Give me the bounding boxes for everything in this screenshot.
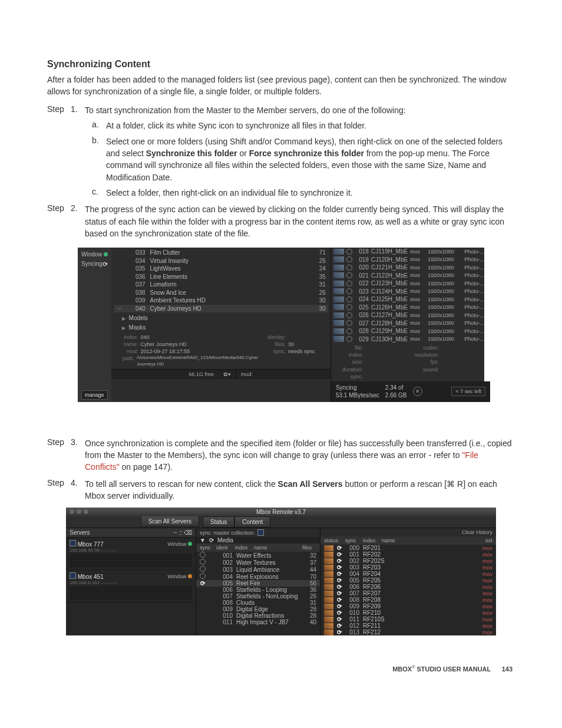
sync-icon[interactable]: [200, 566, 206, 572]
status-tab[interactable]: Status: [203, 516, 234, 528]
media-folder-row[interactable]: 002Water Textures37: [196, 559, 320, 566]
folder-row[interactable]: 036Line Elements35: [114, 273, 328, 281]
sidebar: Window Syncing⟳ manage: [78, 248, 111, 402]
file-metadata: file: index: size: duration: sync: codec…: [331, 343, 490, 381]
server-item[interactable]: Mbox 451Window 192.168.0.162 --:--:--:--: [66, 570, 196, 602]
clear-history-button[interactable]: Clear History: [320, 528, 496, 536]
media-file-row[interactable]: ⟳008RF208mov: [320, 597, 496, 603]
file-row[interactable]: 021CJ122H_MbEmov1920x1080Photo-...: [331, 272, 490, 280]
sync-icon[interactable]: [200, 552, 206, 558]
thumbnail-icon: [324, 591, 333, 597]
sync-icon[interactable]: ⟳: [337, 551, 342, 558]
sync-status-icon: [346, 304, 352, 310]
media-file-row[interactable]: ⟳013RF212mov: [320, 629, 496, 635]
sync-progress-screenshot: Window Syncing⟳ manage 033Film Clutter71…: [78, 248, 484, 402]
media-file-row[interactable]: ⟳004RF204mov: [320, 571, 496, 577]
folder-row[interactable]: 037Lumaform31: [114, 281, 328, 289]
sync-icon[interactable]: [200, 573, 206, 579]
folder-row[interactable]: 038Snow And Ice26: [114, 289, 328, 297]
file-row[interactable]: 023CJ124H_MbEmov1920x1080Photo-...: [331, 288, 490, 296]
folder-row[interactable]: 039Ambient Textures HD30: [114, 297, 328, 305]
file-row[interactable]: 027CJ128H_MbEmov1920x1080Photo-...: [331, 319, 490, 328]
page-number: 143: [502, 666, 513, 673]
thumbnail-icon: [333, 281, 344, 286]
media-file-row[interactable]: ⟳011RF210Smov: [320, 616, 496, 622]
content-tab[interactable]: Content: [234, 516, 270, 528]
media-folder-row[interactable]: 006Starfields - Looping36: [196, 587, 320, 593]
status-dot-icon: [188, 574, 192, 578]
file-row[interactable]: 028CJ129H_MbEmov1920x1080Photo-...: [331, 327, 490, 335]
media-file-row[interactable]: ⟳006RF206mov: [320, 584, 496, 590]
sync-icon[interactable]: ⟳: [337, 603, 342, 610]
server-item[interactable]: Mbox 777Window 192.168.55.59 --:--:--:--: [66, 538, 196, 570]
media-file-row[interactable]: ⟳001RF202mov: [320, 551, 496, 558]
media-root[interactable]: ▼ ⟳ Media: [196, 537, 320, 543]
sync-status-icon: [346, 320, 352, 326]
file-row[interactable]: 020CJ121H_MbEmov1920x1080Photo-...: [331, 263, 490, 272]
substep-text: Select one or more folders (using Shift …: [106, 136, 515, 183]
folder-row[interactable]: 035LightWaves24: [114, 265, 328, 273]
media-file-row[interactable]: ⟳010RF210mov: [320, 610, 496, 616]
sync-icon[interactable]: ⟳: [337, 571, 342, 577]
media-folder-row[interactable]: 007Starfields - NonLooping26: [196, 593, 320, 599]
window-indicator[interactable]: Window: [81, 251, 108, 259]
folder-row[interactable]: 033Film Clutter71: [114, 249, 328, 257]
media-folder-row[interactable]: 008Clouds31: [196, 599, 320, 606]
sync-icon[interactable]: ⟳: [337, 597, 342, 603]
server-toolbar-icons[interactable]: − :: ⌫: [174, 529, 192, 536]
file-row[interactable]: 029CJ130H_MbEmov1920x1080Photo-...: [331, 335, 490, 344]
folder-row[interactable]: ○040Cyber Journeys HD30: [114, 305, 328, 313]
step-label: Step: [47, 104, 71, 114]
manage-button[interactable]: manage: [81, 390, 108, 400]
step-number: 1.: [71, 104, 85, 114]
scan-all-servers-button[interactable]: Scan All Servers: [141, 516, 199, 527]
media-folder-row[interactable]: 009Digital Edge28: [196, 606, 320, 612]
media-file-row[interactable]: ⟳009RF209mov: [320, 603, 496, 610]
sync-icon[interactable]: ⟳: [337, 616, 342, 622]
folder-row[interactable]: 034Virtual Insanity25: [114, 257, 328, 265]
media-file-row[interactable]: ⟳012RF211mov: [320, 622, 496, 629]
media-folder-row[interactable]: 003Liquid Ambiance44: [196, 566, 320, 573]
sync-icon[interactable]: ⟳: [337, 629, 342, 635]
models-folder[interactable]: Models: [111, 314, 330, 323]
media-folder-row[interactable]: 011High Impact V - JB740: [196, 619, 320, 625]
thumbnail-icon: [333, 249, 344, 255]
sync-icon[interactable]: ⟳: [200, 580, 205, 587]
text: or: [237, 149, 249, 158]
file-row[interactable]: 019CJ120H_MbEmov1920x1080Photo-...: [331, 256, 490, 264]
thumbnail-icon: [324, 571, 333, 577]
thumbnail-icon: [333, 272, 344, 278]
media-folder-row[interactable]: ⟳005Reel Fire56: [196, 580, 320, 587]
sync-status-icon: [346, 328, 352, 334]
traffic-lights-icon[interactable]: [70, 509, 88, 514]
media-file-row[interactable]: ⟳007RF207mov: [320, 590, 496, 597]
file-row[interactable]: 026CJ127H_MbEmov1920x1080Photo-...: [331, 311, 490, 319]
sync-icon[interactable]: ⟳: [209, 537, 214, 543]
media-columns-header: sync ident index name files: [196, 543, 320, 552]
thumbnail-icon: [333, 256, 344, 262]
media-folder-row[interactable]: 001Water Effects32: [196, 552, 320, 559]
media-folder-row[interactable]: 004Reel Explosions70: [196, 573, 320, 580]
sync-icon[interactable]: ⟳: [337, 610, 342, 616]
file-row[interactable]: 022CJ123H_MbEmov1920x1080Photo-...: [331, 279, 490, 288]
masks-folder[interactable]: Masks: [111, 323, 330, 332]
gear-icon[interactable]: ✿▾: [219, 370, 236, 379]
media-folder-row[interactable]: 010Digital Refractions28: [196, 612, 320, 619]
media-file-row[interactable]: ⟳000RF201mov: [320, 545, 496, 551]
sync-icon[interactable]: [200, 559, 206, 565]
sync-icon[interactable]: ⟳: [337, 622, 342, 629]
cancel-sync-button[interactable]: ✕: [413, 387, 422, 396]
media-file-row[interactable]: ⟳005RF205mov: [320, 577, 496, 584]
sync-icon[interactable]: ⟳: [337, 590, 342, 597]
sync-icon[interactable]: ⟳: [337, 558, 342, 564]
sync-icon[interactable]: ⟳: [337, 564, 342, 571]
media-file-row[interactable]: ⟳002RF202Smov: [320, 558, 496, 564]
sync-icon[interactable]: ⟳: [337, 584, 342, 590]
sync-icon[interactable]: ⟳: [337, 545, 342, 551]
file-row[interactable]: 025CJ126H_MbEmov1920x1080Photo-...: [331, 304, 490, 312]
media-file-row[interactable]: ⟳003RF203mov: [320, 564, 496, 571]
file-row[interactable]: 018CJ119H_MbEmov1920x1080Photo-...: [331, 248, 490, 256]
sync-icon[interactable]: ⟳: [337, 577, 342, 584]
file-row[interactable]: 024CJ125H_MbEmov1920x1080Photo-...: [331, 295, 490, 304]
syncing-indicator[interactable]: Syncing⟳: [81, 260, 108, 269]
